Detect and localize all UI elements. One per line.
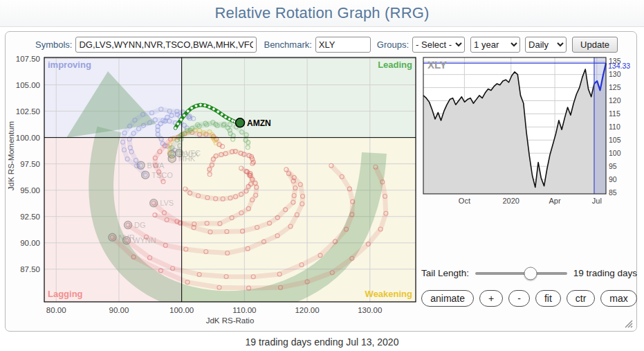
svg-text:105: 105: [609, 136, 621, 144]
symbols-input[interactable]: [75, 37, 257, 53]
svg-text:95.00: 95.00: [20, 186, 40, 195]
tail-length-control: Tail Length: 19 trading days: [421, 268, 637, 278]
svg-text:97.50: 97.50: [20, 160, 40, 168]
center-button[interactable]: ctr: [567, 290, 596, 307]
groups-label: Groups:: [377, 39, 409, 50]
frequency-select[interactable]: Daily: [525, 37, 567, 53]
svg-text:WYNN: WYNN: [133, 236, 156, 244]
svg-text:90.00: 90.00: [20, 239, 40, 247]
amzn-marker: [236, 118, 245, 127]
resize-handle-icon[interactable]: [624, 319, 633, 328]
benchmark-symbol-watermark: XLY: [427, 59, 447, 71]
svg-text:95: 95: [609, 162, 617, 170]
rrg-app-panel: Symbols: Benchmark: Groups: - Select - 1…: [5, 31, 637, 332]
period-select[interactable]: 1 year: [470, 37, 520, 53]
date-range-caption: 19 trading days ending Jul 13, 2020: [0, 336, 644, 348]
svg-text:LVS: LVS: [160, 199, 174, 207]
svg-text:2020: 2020: [502, 197, 519, 205]
amzn-label: AMZN: [247, 118, 271, 128]
update-button[interactable]: Update: [572, 37, 618, 53]
svg-text:125: 125: [609, 83, 621, 91]
svg-text:120: 120: [609, 96, 621, 105]
rrg-chart-area: DGLVSWYNNNVRTSCOBWAMHKVFCSBUXimprovingLe…: [6, 52, 421, 327]
svg-text:115: 115: [609, 109, 620, 118]
quadrant-label-weakening: Weakening: [365, 289, 412, 299]
tail-length-slider[interactable]: [475, 272, 567, 275]
svg-text:Apr: Apr: [549, 197, 561, 205]
rrg-y-axis-title: JdK RS-Momentum: [7, 121, 15, 190]
svg-text:Oct: Oct: [459, 197, 470, 205]
svg-text:130.00: 130.00: [358, 306, 382, 314]
svg-text:90.00: 90.00: [109, 306, 129, 314]
groups-select[interactable]: - Select -: [412, 37, 465, 53]
zoom-out-button[interactable]: -: [508, 290, 530, 307]
tail-length-value: 19 trading days: [573, 268, 637, 278]
svg-text:105.00: 105.00: [16, 81, 40, 89]
zoom-in-button[interactable]: +: [479, 290, 503, 307]
benchmark-chart-area: XLY859095100105110115120125130135134.33O…: [421, 54, 638, 215]
tail-length-label: Tail Length:: [421, 268, 469, 278]
svg-text:87.50: 87.50: [20, 265, 40, 273]
page-header: Relative Rotation Graph (RRG): [0, 0, 644, 27]
controls-bar: Symbols: Benchmark: Groups: - Select - 1…: [6, 37, 636, 53]
svg-text:100.00: 100.00: [169, 306, 194, 314]
svg-text:TSCO: TSCO: [151, 171, 173, 179]
svg-text:92.50: 92.50: [20, 213, 40, 221]
svg-text:120.00: 120.00: [295, 306, 319, 314]
svg-text:110: 110: [609, 123, 620, 131]
fit-button[interactable]: fit: [535, 290, 561, 307]
benchmark-price-chart[interactable]: XLY859095100105110115120125130135134.33O…: [422, 54, 638, 212]
max-button[interactable]: max: [600, 290, 636, 307]
quadrant-label-leading: Leading: [378, 60, 412, 70]
svg-text:110.00: 110.00: [232, 306, 256, 314]
svg-text:100.00: 100.00: [16, 134, 40, 142]
svg-text:107.50: 107.50: [16, 55, 40, 63]
symbols-label: Symbols:: [35, 39, 72, 50]
svg-text:102.50: 102.50: [16, 107, 40, 116]
benchmark-label: Benchmark:: [264, 39, 311, 50]
quadrant-label-improving: improving: [48, 60, 91, 70]
svg-text:130: 130: [609, 70, 621, 78]
last-value-label: 134.33: [608, 62, 630, 70]
svg-text:NVR: NVR: [118, 233, 134, 242]
svg-text:90: 90: [609, 175, 617, 183]
svg-text:BWA: BWA: [147, 161, 165, 170]
tail-length-slider-thumb[interactable]: [524, 267, 537, 280]
quadrant-label-lagging: Lagging: [48, 289, 83, 299]
tail-period-shade: [594, 57, 606, 194]
svg-text:80.00: 80.00: [46, 306, 66, 314]
rrg-x-axis-title: JdK RS-Ratio: [206, 316, 255, 325]
animate-button[interactable]: animate: [421, 290, 474, 307]
svg-text:85: 85: [609, 188, 617, 197]
page-title: Relative Rotation Graph (RRG): [0, 0, 644, 26]
svg-text:Jul: Jul: [592, 197, 602, 205]
benchmark-input[interactable]: [315, 37, 371, 53]
svg-text:DG: DG: [134, 221, 146, 229]
rrg-chart[interactable]: DGLVSWYNNNVRTSCOBWAMHKVFCSBUXimprovingLe…: [6, 52, 421, 327]
svg-text:100: 100: [609, 149, 621, 157]
svg-text:SBUX: SBUX: [178, 150, 199, 159]
chart-buttons: animate + - fit ctr max: [421, 290, 637, 307]
